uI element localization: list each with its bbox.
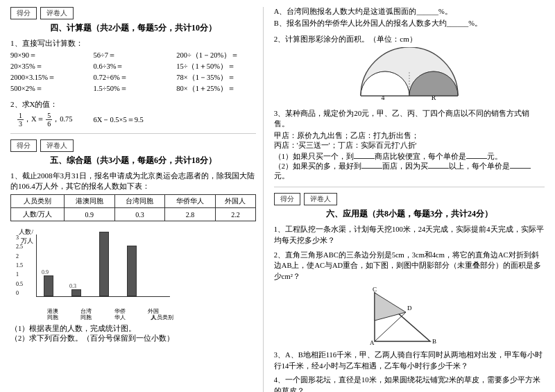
q3-detail1: 甲店：原价九九出售；乙店：打九折出售； [274, 131, 545, 141]
q2-eq1: 1 3 ，X＝ 5 6 ，0.75 [17, 112, 73, 128]
y-labels: 0 0.5 1 1.5 2 2.5 3 [16, 235, 35, 296]
calc-3: 200÷（1－20%）＝ [176, 51, 256, 60]
section5-header: 五、综合题（共3小题，每题6分，共计18分） [10, 155, 256, 167]
th-hm: 港澳同胞 [64, 195, 114, 208]
table-data-row: 人数/万人 0.9 0.3 2.8 2.2 [11, 208, 256, 221]
section4-q1: 1、直接写出计算数： 90×90＝ 56÷7＝ 200÷（1－20%）＝ 20×… [10, 38, 256, 94]
section5-q1-intro: 1、截止2008年3月31日，报名申请成为北京奥运会志愿者的，除我国大陆的106… [10, 171, 256, 191]
td-hm: 0.9 [64, 208, 114, 221]
q-right-b: B、报名国外的华侨华人比外国人的报名人数多大约______%。 [274, 19, 545, 28]
section5-q3: 3、某种商品，规定价为20元，甲、乙、丙、丁四个商店以不同的销售方式销售。 甲店… [274, 108, 545, 181]
calc-1: 90×90＝ [10, 51, 90, 60]
page: 得分 评卷人 四、计算题（共2小题，每题5分，共计10分） 1、直接写出计算数：… [0, 0, 555, 392]
blank1 [354, 158, 375, 159]
q3-intro: 3、某种商品，规定价为20元，甲、乙、丙、丁四个商店以不同的销售方式销售。 [274, 108, 545, 129]
x-axis-title: 人员类别 [151, 314, 173, 321]
score-label3: 得分 [274, 193, 300, 205]
section4-score-bar: 得分 评卷人 [10, 7, 256, 19]
reviewer-label2: 评卷人 [40, 139, 74, 152]
triangle-diagram-container: C B A D [274, 286, 545, 348]
bar-4 [127, 246, 137, 296]
x-label-1: 港澳同胞 [47, 309, 58, 321]
section5-q1-sub2: （2）求下列百分数。（百分号保留到一位小数） [10, 334, 256, 343]
calc-12: 80×（1＋25%）＝ [176, 84, 256, 94]
calc-10: 500×2%＝ [10, 84, 90, 94]
section4-q2: 2、求X的值： 1 3 ，X＝ 5 6 ，0.75 6X－0.5×5＝9.5 [10, 99, 256, 128]
bar-1-label: 0.9 [42, 269, 49, 275]
section6-questions: 1、工程队挖一条水渠，计划每天挖100米，24天完成，实际提前4天完成，实际平均… [274, 224, 545, 392]
calc-4: 20×35%＝ [10, 62, 90, 71]
bar-2 [71, 289, 81, 296]
chart-area: 0 0.5 1 1.5 2 2.5 3 0.9 [36, 235, 170, 297]
bar-3 [99, 232, 109, 296]
blank2 [466, 158, 487, 159]
q2-equations: 1 3 ，X＝ 5 6 ，0.75 6X－0.5×5＝9.5 [17, 112, 256, 128]
calc-7: 2000×3.15%＝ [10, 73, 90, 83]
y-label-1.5: 1.5 [16, 262, 35, 269]
fraction2: 5 6 [46, 112, 52, 128]
bar-1 [44, 275, 53, 296]
data-table: 人员类别 港澳同胞 台湾同胞 华侨华人 外国人 人数/万人 0.9 0.3 2.… [10, 194, 256, 221]
triangle-svg: C B A D [368, 286, 451, 348]
right-section5-cont: A、台湾同胞报名人数大约是这道弧围面的______%。 B、报名国外的华侨华人比… [274, 7, 545, 28]
td-foreign: 2.2 [215, 208, 255, 221]
y-label-3: 3 [16, 235, 35, 241]
th-overseas: 华侨华人 [165, 195, 216, 208]
calc-8: 0.72÷6%＝ [94, 73, 173, 83]
bar-2-label: 0.3 [69, 283, 76, 289]
score-label: 得分 [10, 7, 37, 19]
td-unit: 人数/万人 [11, 208, 65, 221]
divider2 [274, 187, 545, 187]
x-labels: 港澳同胞 台湾同胞 华侨华人 外国人 [36, 309, 170, 321]
th-category: 人员类别 [11, 195, 65, 208]
y-label-0.5: 0.5 [16, 281, 35, 287]
td-tw: 0.3 [114, 208, 165, 221]
y-label-0: 0 [16, 290, 35, 296]
calc-11: 1.5÷50%＝ [94, 84, 173, 94]
q3-sub2: （2）如果买的多，最好到面店，因为买以上，每个单价是元。 [274, 162, 545, 181]
section6-score-bar: 得分 评卷人 [274, 193, 545, 205]
section6-q1: 1、工程队挖一条水渠，计划每天挖100米，24天完成，实际提前4天完成，实际平均… [274, 224, 545, 246]
q1-title: 1、直接写出计算数： [10, 38, 256, 49]
blank5 [510, 168, 531, 169]
score-label2: 得分 [10, 139, 37, 152]
section6-q3: 3、A、B地相距116千米，甲、乙两人骑自行车同时从两地相对出发，甲车每小时行1… [274, 350, 545, 372]
q-right-a: A、台湾同胞报名人数大约是这道弧围面的______%。 [274, 7, 545, 17]
x-label-3: 华侨华人 [114, 309, 126, 321]
calc-5: 0.6÷3%＝ [94, 62, 173, 71]
fraction1: 1 3 [17, 112, 24, 128]
blank4 [428, 168, 449, 169]
bar-chart: 人数/万人 0 0.5 1 1.5 2 2.5 3 [14, 224, 173, 321]
svg-text:C: C [373, 286, 377, 293]
reviewer-label3: 评卷人 [304, 193, 337, 205]
calc-9: 78×（1－35%）＝ [176, 73, 256, 83]
divider1 [10, 133, 256, 134]
th-tw: 台湾同胞 [114, 195, 165, 208]
th-foreign: 外国人 [215, 195, 255, 208]
section5-q2: 2、计算图形彩涂分的面积。（单位：cm） [274, 34, 545, 103]
left-column: 得分 评卷人 四、计算题（共2小题，每题5分，共计10分） 1、直接写出计算数：… [10, 7, 264, 392]
y-label-2.5: 2.5 [16, 244, 35, 250]
calc-6: 15÷（1＋50%）＝ [176, 62, 256, 71]
td-overseas: 2.8 [165, 208, 216, 221]
semicircle-svg: 4 R [354, 47, 465, 103]
semicircle-diagram: 4 R [274, 47, 545, 103]
blank3 [361, 168, 382, 169]
section6-q2: 2、直角三角形ABC的三条边分别是5cm，3cm和4cm，将它的直角边AC对折到… [274, 250, 545, 282]
q3-detail2: 丙店：'买三送一'；丁店：实际百元打'八折' [274, 141, 545, 151]
calc-grid: 90×90＝ 56÷7＝ 200÷（1－20%）＝ 20×35%＝ 0.6÷3%… [10, 51, 256, 94]
calc-2: 56÷7＝ [94, 51, 173, 60]
q3-sub1: （1）如果只买一个，到商店比较便宜，每个单价是元。 [274, 152, 545, 162]
q2-intro: 2、计算图形彩涂分的面积。（单位：cm） [274, 34, 545, 44]
table-header-row: 人员类别 港澳同胞 台湾同胞 华侨华人 外国人 [11, 195, 256, 208]
y-label-1: 1 [16, 271, 35, 278]
y-label-2: 2 [16, 253, 35, 259]
section6-q4: 4、一个圆形花坛，直径是10米，如果圆绕花坛铺宽2米的草皮，需要多少平方米的草皮… [274, 375, 545, 392]
section5-q1: 1、截止2008年3月31日，报名申请成为北京奥运会志愿者的，除我国大陆的106… [10, 171, 256, 343]
q2-title: 2、求X的值： [10, 99, 256, 110]
svg-text:A: A [370, 339, 375, 346]
section5-score-bar: 得分 评卷人 [10, 139, 256, 152]
reviewer-label: 评卷人 [40, 7, 74, 19]
section5-q1-sub1: （1）根据表里的人数，完成统计图。 [10, 324, 256, 334]
q2-eq2: 6X－0.5×5＝9.5 [94, 115, 144, 125]
